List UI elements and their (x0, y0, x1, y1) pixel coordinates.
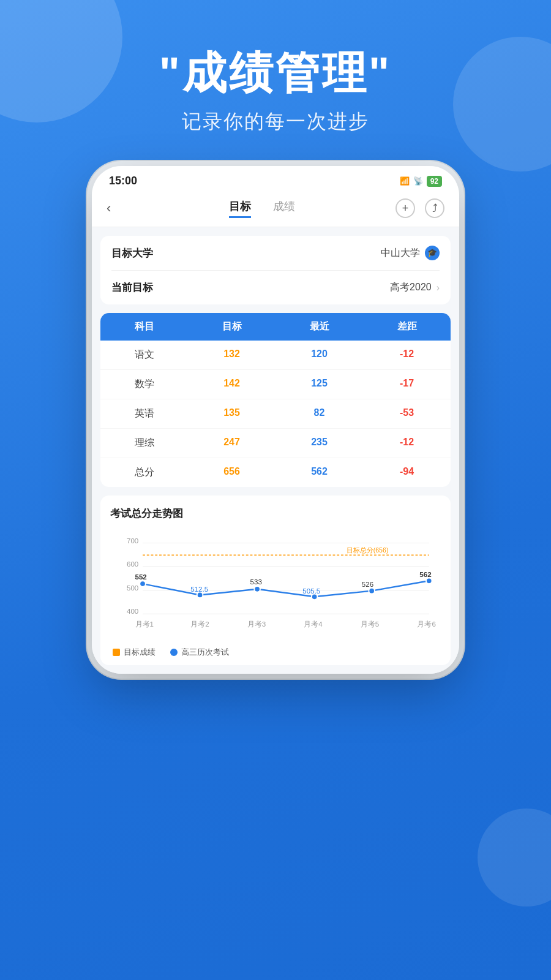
svg-text:500: 500 (127, 584, 138, 592)
wifi-icon: 📡 (413, 176, 423, 186)
cell-recent: 235 (276, 437, 363, 450)
table-rows: 语文 132 120 -12 数学 142 125 -17 英语 135 82 … (100, 341, 451, 487)
content-area: 目标大学 中山大学 🎓 当前目标 高考2020 › 科目 (92, 227, 459, 674)
svg-text:月考3: 月考3 (247, 621, 266, 628)
cell-target: 142 (188, 378, 276, 391)
header-subject: 科目 (100, 320, 188, 333)
svg-text:月考6: 月考6 (417, 621, 435, 628)
svg-text:月考2: 月考2 (190, 621, 209, 628)
svg-text:562: 562 (419, 571, 431, 579)
goal-label: 当前目标 (111, 281, 153, 295)
table-row: 数学 142 125 -17 (100, 370, 451, 399)
cell-recent: 120 (276, 349, 363, 361)
cell-target: 132 (188, 349, 276, 361)
svg-text:700: 700 (127, 537, 138, 545)
university-row: 目标大学 中山大学 🎓 (111, 236, 440, 271)
graduation-icon: 🎓 (425, 246, 440, 260)
cell-subject: 数学 (100, 378, 188, 391)
svg-text:533: 533 (250, 578, 262, 586)
legend-actual-label: 高三历次考试 (181, 647, 229, 658)
tab-target[interactable]: 目标 (229, 199, 251, 218)
chart-title: 考试总分走势图 (110, 507, 441, 521)
goal-text: 高考2020 (390, 281, 432, 294)
cell-target: 135 (188, 407, 276, 420)
legend-dot-target (113, 649, 120, 656)
svg-text:600: 600 (127, 560, 138, 568)
header-diff: 差距 (363, 320, 451, 333)
table-row: 语文 132 120 -12 (100, 341, 451, 370)
tab-score[interactable]: 成绩 (273, 199, 295, 218)
cell-diff: -17 (363, 378, 451, 391)
info-card: 目标大学 中山大学 🎓 当前目标 高考2020 › (100, 236, 451, 304)
svg-text:505.5: 505.5 (302, 587, 320, 595)
chart-card: 考试总分走势图 700 600 500 400 目标总分(656) (100, 496, 451, 665)
nav-bar: ‹ 目标 成绩 + ⤴ (92, 192, 459, 227)
status-time: 15:00 (109, 175, 137, 187)
svg-text:月考5: 月考5 (361, 621, 379, 628)
header-recent: 最近 (276, 320, 363, 333)
university-name: 中山大学 (381, 247, 420, 260)
status-icons: 📶 📡 92 (400, 176, 442, 187)
header-subtitle: 记录你的每一次进步 (0, 108, 551, 135)
cell-subject: 英语 (100, 407, 188, 420)
university-label: 目标大学 (111, 246, 153, 260)
svg-text:目标总分(656): 目标总分(656) (347, 546, 389, 554)
cell-diff: -12 (363, 437, 451, 450)
bg-circle-br (478, 809, 551, 907)
cell-target: 656 (188, 466, 276, 479)
cell-subject: 语文 (100, 349, 188, 361)
svg-point-14 (369, 588, 375, 594)
legend-actual: 高三历次考试 (170, 647, 229, 658)
cell-diff: -94 (363, 466, 451, 479)
svg-point-11 (197, 592, 203, 598)
nav-actions: + ⤴ (395, 198, 444, 218)
svg-point-15 (426, 578, 432, 584)
table-header: 科目 目标 最近 差距 (100, 313, 451, 341)
cell-recent: 562 (276, 466, 363, 479)
legend-target: 目标成绩 (113, 647, 156, 658)
phone-mockup: 15:00 📶 📡 92 ‹ 目标 成绩 + ⤴ 目标大 (92, 166, 459, 674)
score-card: 科目 目标 最近 差距 语文 132 120 -12 数学 142 125 -1… (100, 313, 451, 487)
cell-subject: 理综 (100, 437, 188, 450)
chart-svg: 700 600 500 400 目标总分(656) (110, 530, 441, 641)
goal-row[interactable]: 当前目标 高考2020 › (111, 271, 440, 304)
svg-text:月考4: 月考4 (304, 621, 323, 628)
legend-dot-actual (170, 649, 178, 656)
header-section: "成绩管理" 记录你的每一次进步 (0, 0, 551, 135)
svg-point-12 (254, 586, 260, 592)
svg-point-10 (140, 581, 146, 587)
header-title: "成绩管理" (0, 49, 551, 97)
svg-point-13 (312, 594, 318, 600)
table-row: 理综 247 235 -12 (100, 429, 451, 458)
header-target: 目标 (188, 320, 276, 333)
battery-icon: 92 (427, 176, 442, 187)
back-button[interactable]: ‹ (107, 200, 129, 216)
goal-value: 高考2020 › (390, 281, 440, 294)
chevron-right-icon: › (437, 282, 440, 293)
svg-text:552: 552 (135, 574, 147, 581)
svg-text:526: 526 (362, 581, 373, 588)
cell-target: 247 (188, 437, 276, 450)
cell-subject: 总分 (100, 466, 188, 479)
university-value: 中山大学 🎓 (381, 246, 440, 260)
signal-icon: 📶 (400, 176, 410, 186)
phone-wrapper: 15:00 📶 📡 92 ‹ 目标 成绩 + ⤴ 目标大 (0, 166, 551, 674)
cell-diff: -12 (363, 349, 451, 361)
chart-legend: 目标成绩 高三历次考试 (110, 647, 441, 658)
cell-recent: 82 (276, 407, 363, 420)
share-button[interactable]: ⤴ (425, 198, 444, 218)
add-button[interactable]: + (395, 198, 415, 218)
nav-tabs: 目标 成绩 (229, 199, 295, 218)
cell-diff: -53 (363, 407, 451, 420)
status-bar: 15:00 📶 📡 92 (92, 166, 459, 192)
svg-text:月考1: 月考1 (135, 621, 154, 628)
table-row: 英语 135 82 -53 (100, 399, 451, 429)
svg-text:512.5: 512.5 (190, 586, 208, 593)
table-row: 总分 656 562 -94 (100, 458, 451, 487)
chart-area: 700 600 500 400 目标总分(656) (110, 530, 441, 641)
svg-text:400: 400 (127, 608, 138, 615)
legend-target-label: 目标成绩 (124, 647, 156, 658)
cell-recent: 125 (276, 378, 363, 391)
